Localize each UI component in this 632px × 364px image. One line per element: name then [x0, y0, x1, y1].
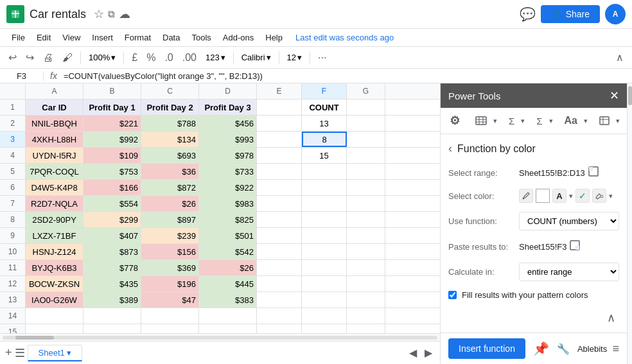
cell-a2[interactable]: NNIL-BBQH: [26, 116, 83, 131]
redo-button[interactable]: ↪: [22, 49, 37, 65]
cell-d9[interactable]: $501: [199, 228, 257, 243]
pin-icon[interactable]: 📌: [533, 341, 549, 356]
add-sheet-button[interactable]: +: [5, 346, 12, 360]
cell-c14[interactable]: [141, 308, 199, 324]
cell-a4[interactable]: UYDN-I5RJ: [26, 148, 83, 163]
panel-table-button[interactable]: [471, 114, 491, 127]
cell-c7[interactable]: $26: [141, 196, 199, 211]
cell-e10[interactable]: [257, 244, 302, 259]
cell-g14[interactable]: [347, 308, 385, 324]
cell-f5[interactable]: [302, 164, 347, 179]
cell-b4[interactable]: $109: [83, 148, 141, 163]
chat-button[interactable]: 💬: [520, 6, 536, 22]
cell-d4[interactable]: $978: [199, 148, 257, 163]
cell-e13[interactable]: [257, 292, 302, 308]
zoom-dropdown[interactable]: 100% ▾: [85, 51, 119, 64]
menu-help[interactable]: Help: [260, 30, 288, 45]
cell-c8[interactable]: $897: [141, 212, 199, 227]
footer-menu-button[interactable]: ≡: [612, 342, 619, 356]
cell-e4[interactable]: [257, 148, 302, 163]
scroll-thumb[interactable]: [15, 336, 54, 340]
cell-c15[interactable]: [141, 324, 199, 333]
cell-a10[interactable]: HSNJ-Z124: [26, 244, 83, 259]
cell-b1[interactable]: Profit Day 1: [83, 100, 141, 115]
collapse-button[interactable]: ∧: [603, 309, 619, 327]
scroll-track[interactable]: [3, 336, 437, 340]
cell-b8[interactable]: $299: [83, 212, 141, 227]
cell-e1[interactable]: [257, 100, 302, 115]
cell-f9[interactable]: [302, 228, 347, 243]
cell-e9[interactable]: [257, 228, 302, 243]
cell-d6[interactable]: $922: [199, 180, 257, 195]
print-button[interactable]: 🖨: [40, 50, 57, 65]
cell-d2[interactable]: $456: [199, 116, 257, 131]
range-text[interactable]: Sheet155!B2:D13: [519, 168, 585, 178]
cell-b14[interactable]: [83, 308, 141, 324]
cell-c12[interactable]: $196: [141, 276, 199, 291]
cell-g7[interactable]: [347, 196, 385, 211]
cell-e15[interactable]: [257, 324, 302, 333]
cell-b12[interactable]: $435: [83, 276, 141, 291]
cell-reference[interactable]: F3: [5, 71, 44, 81]
cell-e7[interactable]: [257, 196, 302, 211]
cell-b3[interactable]: $992: [83, 132, 141, 147]
cell-a7[interactable]: R2D7-NQLA: [26, 196, 83, 211]
cell-a1[interactable]: Car ID: [26, 100, 83, 115]
sheet-tab-sheet1[interactable]: Sheet1 ▾: [28, 345, 83, 361]
cell-e11[interactable]: [257, 260, 302, 275]
cell-f4[interactable]: 15: [302, 148, 347, 163]
menu-addons[interactable]: Add-ons: [218, 30, 259, 45]
menu-file[interactable]: File: [6, 30, 30, 45]
cell-b7[interactable]: $554: [83, 196, 141, 211]
cell-d5[interactable]: $733: [199, 164, 257, 179]
cell-a8[interactable]: 2SD2-90PY: [26, 212, 83, 227]
cell-c4[interactable]: $693: [141, 148, 199, 163]
panel-grid-button[interactable]: [595, 114, 613, 127]
panel-tools-button[interactable]: ⚙: [446, 112, 464, 130]
cell-b13[interactable]: $389: [83, 292, 141, 308]
col-header-a[interactable]: A: [26, 83, 83, 99]
cell-f14[interactable]: [302, 308, 347, 324]
panel-font-chevron[interactable]: ▾: [584, 117, 588, 125]
color-swatch-white[interactable]: [536, 189, 550, 203]
cell-b5[interactable]: $753: [83, 164, 141, 179]
cell-e2[interactable]: [257, 116, 302, 131]
cell-g12[interactable]: [347, 276, 385, 291]
more-options-button[interactable]: ···: [315, 50, 329, 65]
undo-button[interactable]: ↩: [5, 49, 20, 65]
cell-d10[interactable]: $542: [199, 244, 257, 259]
cell-g5[interactable]: [347, 164, 385, 179]
cell-g13[interactable]: [347, 292, 385, 308]
cell-a15[interactable]: [26, 324, 83, 333]
sheet-menu-button[interactable]: ☰: [15, 346, 25, 360]
menu-insert[interactable]: Insert: [87, 30, 118, 45]
paste-grid-icon[interactable]: [569, 239, 581, 254]
cell-e8[interactable]: [257, 212, 302, 227]
history-icon[interactable]: ⧉: [108, 8, 115, 20]
cell-b11[interactable]: $778: [83, 260, 141, 275]
col-header-e[interactable]: E: [257, 83, 302, 99]
calculate-in-select[interactable]: entire range: [519, 263, 619, 281]
cell-f2[interactable]: 13: [302, 116, 347, 131]
panel-font-button[interactable]: Aa: [561, 113, 581, 128]
panel-scrollbar[interactable]: [627, 83, 632, 364]
cell-c13[interactable]: $47: [141, 292, 199, 308]
horizontal-scrollbar[interactable]: [0, 333, 440, 341]
menu-tools[interactable]: Tools: [186, 30, 216, 45]
cell-f7[interactable]: [302, 196, 347, 211]
cell-g10[interactable]: [347, 244, 385, 259]
panel-sum-button[interactable]: Σ: [505, 114, 518, 128]
fill-color-button[interactable]: [592, 189, 606, 203]
cell-g15[interactable]: [347, 324, 385, 333]
text-color-chevron[interactable]: ▾: [569, 192, 573, 200]
currency-button[interactable]: £: [128, 50, 141, 65]
cell-a14[interactable]: [26, 308, 83, 324]
cell-d3[interactable]: $993: [199, 132, 257, 147]
cell-e14[interactable]: [257, 308, 302, 324]
cell-d12[interactable]: $445: [199, 276, 257, 291]
cell-b2[interactable]: $221: [83, 116, 141, 131]
inc-decimals-button[interactable]: .00: [179, 50, 200, 65]
cell-f10[interactable]: [302, 244, 347, 259]
fill-color-chevron[interactable]: ▾: [609, 192, 613, 200]
cell-g11[interactable]: [347, 260, 385, 275]
